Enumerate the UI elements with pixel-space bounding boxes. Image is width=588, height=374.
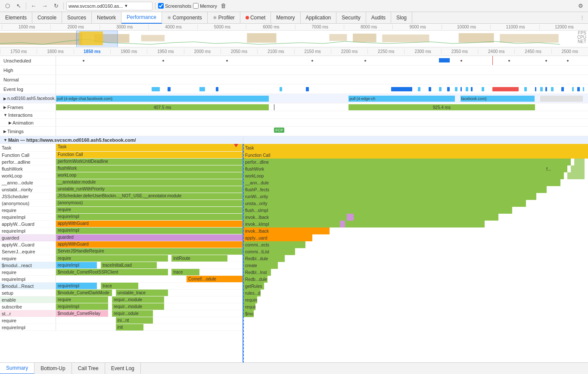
flame-name-funcall-left: Function Call — [0, 152, 56, 158]
tab-application[interactable]: Application — [301, 12, 337, 24]
tab-slog[interactable]: Slog — [391, 12, 412, 24]
flame-bar-funcall-left[interactable]: Function Call — [56, 152, 243, 158]
collapse-interactions-icon[interactable]: ▼ — [3, 113, 7, 117]
unscheduled-dot — [460, 60, 462, 62]
timeline-overview[interactable]: 1000 ms 2000 ms 3000 ms 4000 ms 5000 ms … — [0, 24, 588, 47]
track-content-main-right[interactable] — [243, 136, 588, 143]
ruler-tick-9000: 9000 ms — [392, 25, 441, 29]
flame-bar-require2[interactable]: require initRoute — [56, 255, 243, 262]
track-content-frames[interactable]: 407.5 ms 925.4 ms — [56, 103, 588, 111]
flame-row-setup: setup $module_CometDarkMode unstable_tra… — [0, 290, 243, 296]
tab-network[interactable]: Network — [92, 12, 121, 24]
memory-checkbox[interactable] — [193, 3, 199, 9]
flame-bar-guarded[interactable]: guarded — [56, 234, 243, 241]
tab-memory[interactable]: Memory — [271, 12, 300, 24]
track-content-animation[interactable] — [56, 119, 588, 126]
flame-bar-str[interactable]: $module_CometRelay requir...odule — [56, 310, 243, 317]
flame-bar-perform[interactable]: performWorkUntilDeadline — [56, 159, 243, 165]
tab-components[interactable]: ⚛Components — [162, 12, 208, 24]
flame-name-applywguard2: applyW...Guard — [0, 241, 56, 248]
flame-name-flush: flushWork — [0, 165, 56, 172]
memory-checkbox-label[interactable]: Memory — [193, 3, 217, 9]
flame-bar-require4[interactable]: ini...nt — [56, 317, 243, 324]
collapse-frames-icon[interactable]: ▶ — [3, 105, 6, 109]
track-content-eventlog[interactable] — [56, 84, 588, 94]
expand-animation-icon[interactable]: ▶ — [9, 121, 12, 125]
more-tabs-icon[interactable]: ⋮ — [576, 15, 588, 21]
tab-profiler[interactable]: ⚛Profiler — [208, 12, 240, 24]
flame-bar-anon[interactable]: (anonymous) — [56, 200, 243, 206]
track-content-interactions[interactable] — [56, 111, 588, 118]
flame-bar-enable[interactable]: require requir...module — [56, 296, 243, 303]
inspect-icon[interactable]: ↖ — [14, 1, 23, 11]
tick-2500: 2500 ms — [551, 49, 588, 54]
tab-comet[interactable]: Comet — [240, 12, 271, 24]
track-label-main: ▼ Main — https://www.svcscm.od0160.ash5.… — [0, 136, 243, 143]
evt-bar — [551, 87, 554, 91]
back-button[interactable]: ← — [29, 1, 38, 11]
flame-bar-require3[interactable]: $module_CometRootSSRClient trace — [56, 269, 243, 275]
flame-name-anno: __anno...odule — [0, 179, 56, 186]
tab-console[interactable]: Console — [32, 12, 62, 24]
tick-1800: 1800 ms — [37, 49, 73, 54]
unscheduled-dot — [162, 60, 164, 62]
forward-button[interactable]: → — [40, 1, 50, 11]
flame-bar-subscribe[interactable]: requireImpl requir...module — [56, 303, 243, 310]
flame-name-enable: enable — [0, 296, 56, 303]
flame-bar-jsscheduler[interactable]: JSScheduler.deferUserBlockin..._NOT_USE.… — [56, 193, 243, 199]
track-content-network[interactable]: pull (4-edge-chat.facebook.com) pull (4-… — [56, 94, 588, 103]
bottom-tab-calltree[interactable]: Call Tree — [72, 363, 105, 374]
tab-audits[interactable]: Audits — [366, 12, 391, 24]
tab-sources[interactable]: Sources — [62, 12, 92, 24]
timeline-chart[interactable]: FPS CPU NET — [0, 31, 588, 47]
bottom-tab-bottomup[interactable]: Bottom-Up — [34, 363, 72, 374]
tab-performance[interactable]: Performance — [121, 12, 162, 24]
flame-bar-anno[interactable]: __annotator.module — [56, 179, 243, 186]
flame-bar-workloop[interactable]: workLoop — [56, 172, 243, 179]
expand-network-icon[interactable]: ▶ — [3, 97, 6, 101]
flame-bar-setup[interactable]: $module_CometDarkMode unstable_trace — [56, 290, 243, 296]
tab-elements[interactable]: Elements — [0, 12, 32, 24]
flame-bar-task-left[interactable]: Task — [56, 144, 243, 151]
flame-bar-requireimpl3[interactable]: requireImpl traceInitialLoad — [56, 262, 243, 268]
network-bar-1: pull (4-edge-chat.facebook.com) — [56, 96, 269, 102]
flame-bar-requireimpl2[interactable]: requireImpl — [56, 228, 243, 234]
svg-rect-6 — [382, 34, 429, 42]
collapse-main-icon[interactable]: ▼ — [3, 138, 7, 142]
pointer-icon[interactable]: ⬡ — [3, 1, 12, 11]
ruler-tick-6000: 6000 ms — [246, 25, 295, 29]
track-content-unscheduled[interactable] — [56, 56, 588, 65]
bottom-tab-eventlog[interactable]: Event Log — [105, 363, 141, 374]
flame-row-unstable: unstabl...riority unstable_runWithPriori… — [0, 186, 243, 193]
track-content-normal[interactable] — [56, 75, 588, 84]
tick-2200: 2200 ms — [331, 49, 367, 54]
flame-bar-serverjs[interactable]: ServerJSHandleRequire — [56, 248, 243, 255]
flame-bar-modul-react[interactable]: requireImpl trace — [56, 283, 243, 289]
bottom-tab-summary[interactable]: Summary — [0, 363, 34, 374]
tab-security[interactable]: Security — [336, 12, 366, 24]
expand-timings-icon[interactable]: ▶ — [3, 129, 6, 134]
url-dropdown-arrow[interactable]: ▾ — [125, 3, 128, 9]
evt-bar — [168, 87, 170, 91]
screenshots-checkbox-label[interactable]: Screenshots — [158, 3, 191, 9]
separator — [26, 3, 26, 9]
flame-bar-applywguard[interactable]: applyWithGuard — [56, 221, 243, 227]
flame-bar-requireimpl5[interactable]: init — [56, 324, 243, 330]
evt-bar — [391, 87, 412, 91]
track-content-high[interactable] — [56, 65, 588, 75]
evt-bar — [535, 87, 537, 91]
right-bar-18: Redb...dule — [243, 276, 268, 283]
flame-bar-unstable[interactable]: unstable_runWithPriority — [56, 186, 243, 193]
track-content-timings[interactable]: FCP — [56, 127, 588, 136]
flame-bar-requireimpl[interactable]: requireImpl — [56, 214, 243, 220]
gear-icon[interactable]: ⚙ — [576, 1, 585, 11]
screenshots-checkbox[interactable] — [158, 3, 164, 9]
flame-bar-flush[interactable]: flushWork — [56, 165, 243, 172]
flame-bar-applywguard2[interactable]: applyWithGuard — [56, 241, 243, 248]
trash-icon[interactable]: 🗑 — [219, 1, 228, 11]
flame-bar-requireimpl4[interactable]: Comet!...odule — [56, 276, 243, 282]
refresh-button[interactable]: ↻ — [51, 1, 61, 11]
evt-bar — [524, 87, 527, 91]
flame-row-requireimpl2: requireImpl requireImpl — [0, 228, 243, 234]
flame-bar-require[interactable]: require — [56, 207, 243, 213]
